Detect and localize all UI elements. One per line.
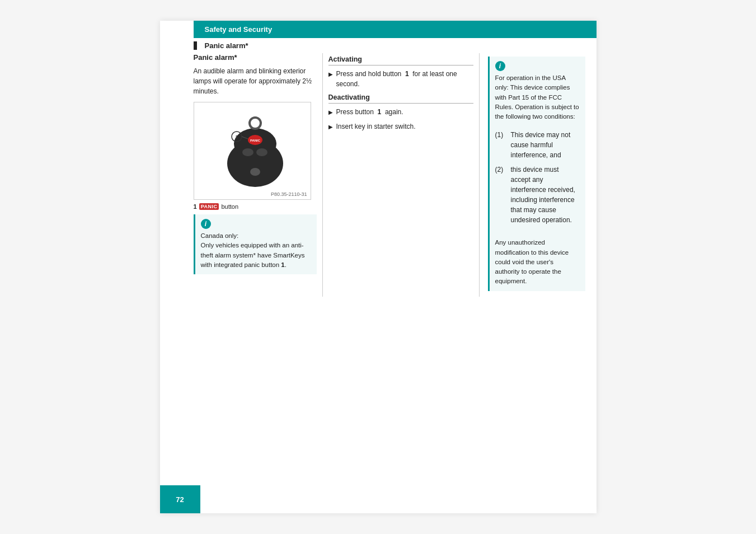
canada-dot: .	[285, 261, 287, 268]
fcc-item-2: (2) this device must accept any interfer…	[495, 165, 580, 225]
right-column: i For operation in the USA only: This de…	[479, 53, 597, 297]
bullet-arrow-1: ▶	[328, 70, 333, 78]
info-icon: i	[201, 219, 211, 229]
bullet-arrow-3: ▶	[328, 123, 333, 131]
deactivating-heading: Deactivating	[328, 93, 473, 104]
canada-line1: Canada only:	[201, 232, 239, 239]
fcc-para1: For operation in the USA only: This devi…	[495, 73, 580, 121]
fcc-item-2-num: (2)	[495, 165, 511, 175]
header-bar: Safety and Security	[194, 21, 597, 38]
panic-badge: PANIC	[199, 203, 219, 210]
intro-text: An audible alarm and blinking exterior l…	[194, 66, 317, 96]
activating-text: Press and hold button 1 for at least one…	[336, 69, 473, 89]
caption-label: button	[221, 203, 238, 210]
breadcrumb: Panic alarm*	[205, 41, 248, 50]
key-fob-image: PANIC 1 P80.35-2110-31	[194, 102, 311, 200]
fcc-info-icon: i	[495, 61, 505, 71]
canada-info-text: Canada only: Only vehicles equipped with…	[201, 231, 311, 270]
content-area: Panic alarm* An audible alarm and blinki…	[160, 53, 597, 297]
fcc-para2: Any unauthorized modification to this de…	[495, 238, 580, 286]
left-column: Panic alarm* An audible alarm and blinki…	[160, 53, 322, 297]
image-caption: 1 PANIC button	[194, 203, 317, 210]
deactivating-bullet-2: ▶ Insert key in starter switch.	[328, 121, 473, 132]
svg-point-7	[250, 168, 260, 176]
figure-ref: P80.35-2110-31	[271, 191, 307, 197]
activating-heading: Activating	[328, 55, 473, 65]
svg-point-8	[250, 118, 261, 129]
page: Safety and Security Panic alarm* Panic a…	[160, 21, 597, 513]
caption-number: 1	[194, 203, 197, 210]
deactivating-bullet-1: ▶ Press button 1 again.	[328, 107, 473, 117]
page-footer: 72	[160, 485, 200, 513]
header-title: Safety and Security	[205, 25, 273, 34]
fcc-item-1-text: This device may not cause harmful interf…	[511, 130, 580, 160]
breadcrumb-row: Panic alarm*	[194, 38, 597, 51]
key-fob-svg: PANIC 1	[208, 107, 297, 194]
canada-info-box: i Canada only: Only vehicles equipped wi…	[194, 214, 317, 274]
fcc-item-2-text: this device must accept any interference…	[511, 165, 580, 225]
svg-text:PANIC: PANIC	[250, 139, 260, 142]
svg-point-4	[256, 148, 267, 156]
page-number: 72	[176, 495, 184, 504]
fcc-item-1-num: (1)	[495, 130, 511, 140]
svg-point-3	[242, 148, 253, 156]
key-fob-inner: PANIC 1 P80.35-2110-31	[194, 102, 311, 199]
deactivating-text-1: Press button 1 again.	[336, 107, 403, 117]
page-heading: Panic alarm*	[194, 53, 317, 62]
fcc-info-box: i For operation in the USA only: This de…	[488, 57, 585, 291]
fcc-item-1: (1) This device may not cause harmful in…	[495, 130, 580, 160]
svg-text:1: 1	[235, 134, 238, 140]
canada-line2: Only vehicles equipped with an anti-thef…	[201, 242, 305, 268]
bullet-arrow-2: ▶	[328, 108, 333, 116]
middle-column: Activating ▶ Press and hold button 1 for…	[322, 53, 479, 297]
deactivating-text-2: Insert key in starter switch.	[336, 121, 416, 132]
activating-bullet: ▶ Press and hold button 1 for at least o…	[328, 69, 473, 89]
